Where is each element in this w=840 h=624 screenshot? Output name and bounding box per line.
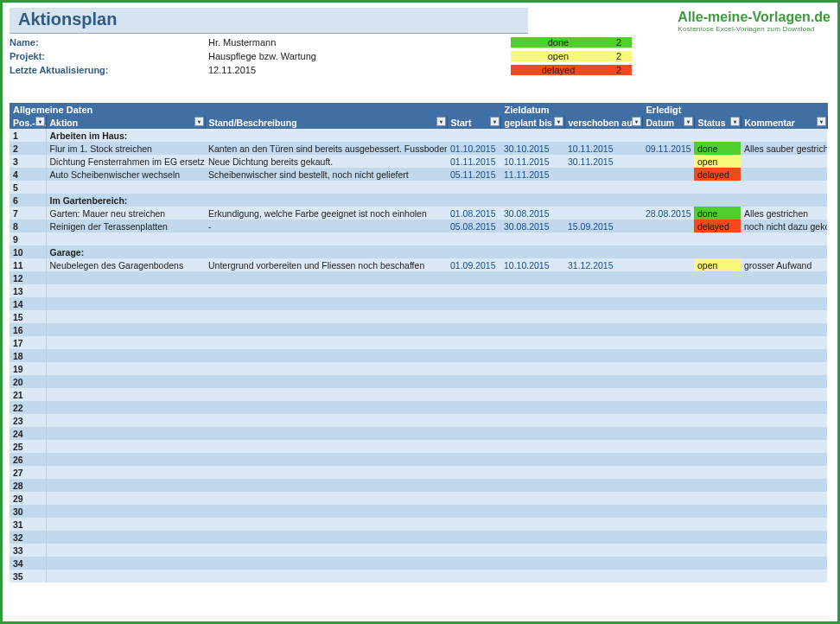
table-row[interactable]: 1Arbeiten im Haus: [10, 129, 827, 142]
cell-verschoben[interactable] [564, 518, 642, 531]
cell-verschoben[interactable] [564, 362, 642, 375]
cell-pos[interactable]: 21 [10, 388, 46, 401]
cell-status[interactable] [694, 401, 741, 414]
cell-start[interactable]: 01.10.2015 [447, 142, 500, 155]
cell-stand[interactable] [205, 479, 447, 492]
cell-stand[interactable] [205, 440, 447, 453]
cell-status[interactable]: open [694, 155, 741, 168]
cell-aktion[interactable]: Arbeiten im Haus: [46, 129, 205, 142]
cell-kommentar[interactable] [741, 466, 827, 479]
cell-kommentar[interactable] [741, 284, 827, 297]
cell-datum[interactable] [642, 323, 694, 336]
cell-aktion[interactable] [46, 518, 205, 531]
cell-status[interactable] [694, 271, 741, 284]
cell-status[interactable] [694, 349, 741, 362]
cell-stand[interactable] [205, 245, 447, 258]
cell-status[interactable] [694, 310, 741, 323]
col-aktion[interactable]: Aktion▾ [46, 116, 205, 129]
cell-geplant[interactable]: 30.08.2015 [500, 207, 564, 220]
cell-pos[interactable]: 15 [10, 310, 46, 323]
cell-start[interactable] [447, 336, 500, 349]
cell-kommentar[interactable] [741, 479, 827, 492]
cell-kommentar[interactable]: grosser Aufwand [741, 258, 827, 271]
cell-datum[interactable] [642, 310, 694, 323]
cell-start[interactable] [447, 271, 500, 284]
cell-pos[interactable]: 8 [10, 220, 46, 232]
table-row[interactable]: 33 [10, 544, 827, 557]
cell-pos[interactable]: 2 [10, 142, 46, 155]
cell-pos[interactable]: 7 [10, 207, 46, 220]
cell-stand[interactable] [205, 453, 447, 466]
cell-geplant[interactable] [500, 129, 564, 142]
cell-stand[interactable] [205, 388, 447, 401]
cell-stand[interactable] [205, 129, 447, 142]
col-geplant[interactable]: geplant bis▾ [500, 116, 564, 129]
cell-pos[interactable]: 31 [10, 518, 46, 531]
cell-kommentar[interactable] [741, 336, 827, 349]
cell-start[interactable]: 05.11.2015 [447, 168, 500, 181]
filter-icon[interactable]: ▾ [684, 117, 693, 126]
cell-start[interactable] [447, 427, 500, 440]
cell-kommentar[interactable] [741, 388, 827, 401]
cell-aktion[interactable]: Garage: [46, 245, 205, 258]
cell-kommentar[interactable] [741, 505, 827, 518]
cell-start[interactable]: 01.11.2015 [447, 155, 500, 168]
cell-start[interactable] [447, 388, 500, 401]
cell-aktion[interactable]: Im Gartenbereich: [46, 194, 205, 207]
cell-stand[interactable] [205, 297, 447, 310]
cell-kommentar[interactable] [741, 544, 827, 557]
cell-verschoben[interactable] [564, 181, 642, 194]
cell-geplant[interactable] [500, 570, 564, 583]
cell-aktion[interactable] [46, 505, 205, 518]
cell-geplant[interactable]: 30.10.2015 [500, 142, 564, 155]
table-row[interactable]: 31 [10, 518, 827, 531]
cell-verschoben[interactable] [564, 453, 642, 466]
cell-stand[interactable]: Neue Dichtung bereits gekauft. [205, 155, 447, 168]
filter-icon[interactable]: ▾ [817, 117, 826, 126]
cell-datum[interactable] [642, 466, 694, 479]
cell-verschoben[interactable] [564, 271, 642, 284]
cell-aktion[interactable] [46, 297, 205, 310]
cell-stand[interactable] [205, 310, 447, 323]
cell-kommentar[interactable] [741, 531, 827, 544]
cell-verschoben[interactable] [564, 440, 642, 453]
cell-pos[interactable]: 1 [10, 129, 46, 142]
cell-status[interactable] [694, 440, 741, 453]
cell-geplant[interactable] [500, 518, 564, 531]
cell-geplant[interactable] [500, 479, 564, 492]
table-row[interactable]: 12 [10, 271, 827, 284]
cell-start[interactable]: 01.08.2015 [447, 207, 500, 220]
table-row[interactable]: 34 [10, 557, 827, 570]
cell-geplant[interactable] [500, 297, 564, 310]
table-row[interactable]: 19 [10, 362, 827, 375]
cell-kommentar[interactable] [741, 518, 827, 531]
cell-geplant[interactable] [500, 375, 564, 388]
cell-start[interactable] [447, 531, 500, 544]
cell-pos[interactable]: 13 [10, 284, 46, 297]
cell-stand[interactable] [205, 401, 447, 414]
cell-start[interactable] [447, 297, 500, 310]
table-row[interactable]: 32 [10, 531, 827, 544]
cell-stand[interactable]: Erkundigung, welche Farbe geeignet ist n… [205, 207, 447, 220]
cell-status[interactable] [694, 181, 741, 194]
cell-verschoben[interactable] [564, 194, 642, 207]
cell-geplant[interactable] [500, 427, 564, 440]
cell-verschoben[interactable] [564, 207, 642, 220]
cell-status[interactable] [694, 531, 741, 544]
cell-kommentar[interactable] [741, 362, 827, 375]
cell-datum[interactable]: 09.11.2015 [642, 142, 694, 155]
cell-verschoben[interactable] [564, 414, 642, 427]
cell-stand[interactable] [205, 323, 447, 336]
cell-verschoben[interactable] [564, 284, 642, 297]
cell-datum[interactable] [642, 155, 694, 168]
cell-stand[interactable] [205, 194, 447, 207]
cell-stand[interactable] [205, 336, 447, 349]
table-row[interactable]: 13 [10, 284, 827, 297]
cell-aktion[interactable] [46, 401, 205, 414]
cell-stand[interactable] [205, 284, 447, 297]
cell-status[interactable] [694, 466, 741, 479]
cell-status[interactable] [694, 323, 741, 336]
cell-kommentar[interactable] [741, 570, 827, 583]
cell-verschoben[interactable] [564, 557, 642, 570]
cell-pos[interactable]: 32 [10, 531, 46, 544]
